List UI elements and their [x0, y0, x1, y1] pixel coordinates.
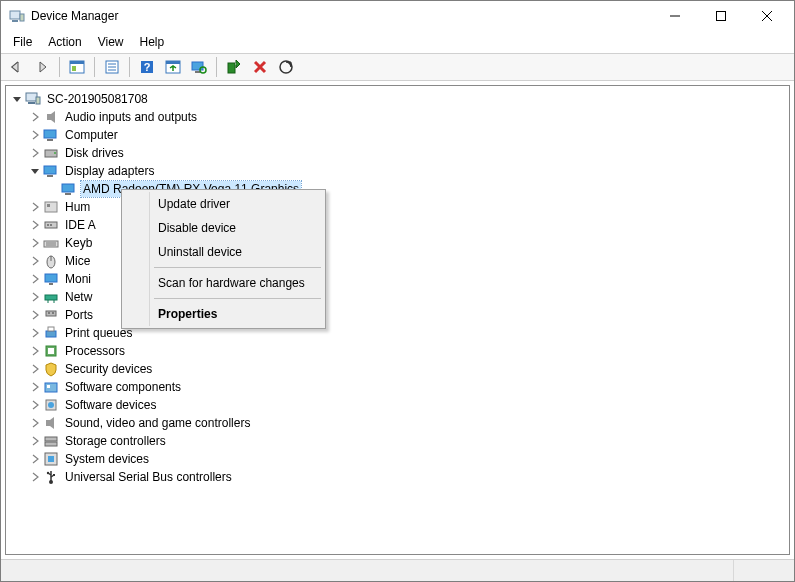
menu-file[interactable]: File	[5, 33, 40, 51]
svg-point-53	[48, 312, 50, 314]
menu-action[interactable]: Action	[40, 33, 89, 51]
audio-icon	[43, 109, 59, 125]
tree-item[interactable]: Security devices	[10, 360, 789, 378]
disk-icon	[43, 145, 59, 161]
chevron-right-icon[interactable]	[28, 398, 42, 412]
svg-rect-9	[72, 66, 76, 71]
menubar: File Action View Help	[1, 31, 794, 53]
tree-item-label: Mice	[63, 253, 92, 269]
tree-item-label: Hum	[63, 199, 92, 215]
close-button[interactable]	[744, 1, 790, 31]
scan-hardware-button[interactable]	[275, 56, 297, 78]
device-manager-window: Device Manager File Action View Help	[0, 0, 795, 582]
help-button[interactable]: ?	[136, 56, 158, 78]
tree-item-label: Computer	[63, 127, 120, 143]
svg-rect-52	[46, 311, 56, 316]
cm-disable-device[interactable]: Disable device	[124, 216, 323, 240]
tree-item[interactable]: System devices	[10, 450, 789, 468]
properties-button[interactable]	[101, 56, 123, 78]
monitor-icon	[43, 271, 59, 287]
tree-item[interactable]: Storage controllers	[10, 432, 789, 450]
svg-rect-60	[47, 385, 50, 388]
chevron-down-icon[interactable]	[10, 92, 24, 106]
svg-rect-37	[45, 202, 57, 212]
tree-item[interactable]: Display adapters	[10, 162, 789, 180]
minimize-button[interactable]	[652, 1, 698, 31]
tree-item-label: System devices	[63, 451, 151, 467]
toolbar: ?	[1, 53, 794, 81]
uninstall-device-button[interactable]	[249, 56, 271, 78]
display-icon	[61, 181, 77, 197]
chevron-right-icon[interactable]	[28, 254, 42, 268]
enable-device-button[interactable]	[223, 56, 245, 78]
chevron-right-icon[interactable]	[28, 344, 42, 358]
toolbar-separator	[94, 57, 95, 77]
tree-item[interactable]: Sound, video and game controllers	[10, 414, 789, 432]
chevron-right-icon[interactable]	[28, 416, 42, 430]
show-hidden-button[interactable]	[188, 56, 210, 78]
statusbar-pane	[1, 560, 734, 581]
chevron-right-icon[interactable]	[28, 218, 42, 232]
svg-rect-25	[26, 93, 37, 101]
tree-item-label: Universal Serial Bus controllers	[63, 469, 234, 485]
tree-item[interactable]: Audio inputs and outputs	[10, 108, 789, 126]
chevron-right-icon[interactable]	[28, 380, 42, 394]
tree-item[interactable]: Disk drives	[10, 144, 789, 162]
show-hide-tree-button[interactable]	[66, 56, 88, 78]
chevron-right-icon[interactable]	[28, 200, 42, 214]
chevron-right-icon[interactable]	[28, 308, 42, 322]
chevron-right-icon[interactable]	[28, 146, 42, 160]
chevron-right-icon[interactable]	[28, 434, 42, 448]
chevron-right-icon[interactable]	[28, 236, 42, 250]
tree-item-label: Keyb	[63, 235, 94, 251]
svg-rect-26	[28, 102, 35, 104]
chevron-right-icon[interactable]	[28, 290, 42, 304]
tree-item[interactable]: Universal Serial Bus controllers	[10, 468, 789, 486]
toolbar-separator	[129, 57, 130, 77]
tree-item-label: Moni	[63, 271, 93, 287]
cm-uninstall-device[interactable]: Uninstall device	[124, 240, 323, 264]
update-driver-button[interactable]	[162, 56, 184, 78]
svg-point-54	[52, 312, 54, 314]
svg-rect-36	[65, 193, 71, 195]
menu-help[interactable]: Help	[132, 33, 173, 51]
cm-properties[interactable]: Properties	[124, 302, 323, 326]
tree-root[interactable]: SC-201905081708	[10, 90, 789, 108]
system-icon	[43, 451, 59, 467]
svg-text:?: ?	[144, 61, 151, 73]
chevron-right-icon[interactable]	[28, 128, 42, 142]
cm-scan-hardware[interactable]: Scan for hardware changes	[124, 271, 323, 295]
svg-rect-17	[166, 61, 180, 64]
network-icon	[43, 289, 59, 305]
security-icon	[43, 361, 59, 377]
chevron-right-icon[interactable]	[28, 470, 42, 484]
tree-item-label: Storage controllers	[63, 433, 168, 449]
svg-rect-55	[46, 331, 56, 337]
svg-rect-18	[192, 62, 203, 70]
maximize-button[interactable]	[698, 1, 744, 31]
tree-item[interactable]: Computer	[10, 126, 789, 144]
tree-item[interactable]: Software devices	[10, 396, 789, 414]
chevron-down-icon[interactable]	[28, 164, 42, 178]
svg-rect-4	[717, 12, 726, 21]
svg-rect-56	[48, 327, 54, 331]
tree-item[interactable]: Software components	[10, 378, 789, 396]
chevron-right-icon[interactable]	[28, 362, 42, 376]
back-button[interactable]	[5, 56, 27, 78]
svg-point-62	[48, 402, 54, 408]
forward-button[interactable]	[31, 56, 53, 78]
svg-rect-2	[20, 14, 24, 21]
hid-icon	[43, 199, 59, 215]
menu-view[interactable]: View	[90, 33, 132, 51]
software-comp-icon	[43, 379, 59, 395]
chevron-right-icon[interactable]	[28, 326, 42, 340]
svg-point-70	[47, 472, 49, 474]
tree-item-label: IDE A	[63, 217, 98, 233]
chevron-right-icon[interactable]	[28, 272, 42, 286]
chevron-right-icon[interactable]	[28, 110, 42, 124]
svg-rect-63	[46, 420, 50, 426]
tree-spacer	[46, 182, 60, 196]
cm-update-driver[interactable]: Update driver	[124, 192, 323, 216]
tree-item[interactable]: Processors	[10, 342, 789, 360]
chevron-right-icon[interactable]	[28, 452, 42, 466]
